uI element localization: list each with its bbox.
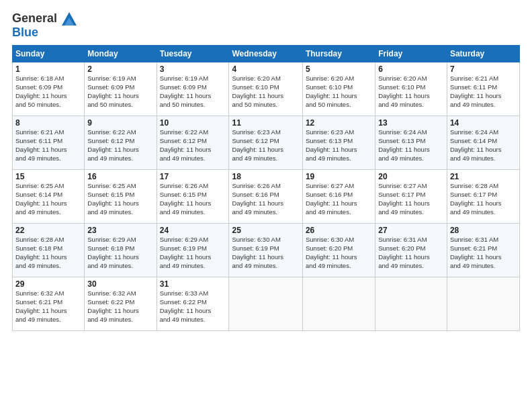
sunset-info: Sunset: 6:12 PM [232,137,299,146]
calendar: SundayMondayTuesdayWednesdayThursdayFrid… [12,45,520,331]
week-row-4: 29Sunrise: 6:32 AMSunset: 6:21 PMDayligh… [13,277,520,331]
sunset-info: Sunset: 6:12 PM [87,137,153,146]
sunrise-info: Sunrise: 6:27 AM [306,182,372,191]
daylight-info: Daylight: 11 hours and 49 minutes. [378,199,444,217]
daylight-info: Daylight: 11 hours and 49 minutes. [87,146,153,163]
sunrise-info: Sunrise: 6:20 AM [378,75,444,83]
logo: General Blue [12,12,77,40]
cell-w1-d2: 10Sunrise: 6:22 AMSunset: 6:12 PMDayligh… [157,116,229,170]
cell-w4-d0: 29Sunrise: 6:32 AMSunset: 6:21 PMDayligh… [13,277,85,331]
day-number: 6 [378,64,444,74]
header-monday: Monday [85,46,157,62]
sunrise-info: Sunrise: 6:30 AM [232,236,299,244]
cell-w1-d3: 11Sunrise: 6:23 AMSunset: 6:12 PMDayligh… [229,116,302,170]
logo-blue: Blue [12,26,77,40]
day-number: 3 [160,64,226,74]
cell-w4-d2: 31Sunrise: 6:33 AMSunset: 6:22 PMDayligh… [157,277,229,331]
sunset-info: Sunset: 6:15 PM [160,191,226,199]
header-sunday: Sunday [13,46,85,62]
daylight-info: Daylight: 11 hours and 49 minutes. [87,253,153,271]
daylight-info: Daylight: 11 hours and 49 minutes. [15,146,81,163]
sunset-info: Sunset: 6:09 PM [15,83,81,92]
daylight-info: Daylight: 11 hours and 49 minutes. [306,253,372,271]
cell-w1-d1: 9Sunrise: 6:22 AMSunset: 6:12 PMDaylight… [85,116,157,170]
day-number: 27 [378,226,444,235]
day-number: 22 [15,226,81,235]
sunrise-info: Sunrise: 6:29 AM [160,236,226,244]
daylight-info: Daylight: 11 hours and 49 minutes. [450,146,517,163]
daylight-info: Daylight: 11 hours and 50 minutes. [306,92,372,109]
cell-w0-d3: 4Sunrise: 6:20 AMSunset: 6:10 PMDaylight… [229,62,302,116]
daylight-info: Daylight: 11 hours and 50 minutes. [87,92,153,109]
sunrise-info: Sunrise: 6:25 AM [87,182,153,191]
cell-w2-d6: 21Sunrise: 6:28 AMSunset: 6:17 PMDayligh… [447,170,519,224]
header-friday: Friday [375,46,447,62]
cell-w0-d2: 3Sunrise: 6:19 AMSunset: 6:09 PMDaylight… [157,62,229,116]
sunrise-info: Sunrise: 6:26 AM [160,182,226,191]
sunset-info: Sunset: 6:11 PM [450,83,517,92]
cell-w2-d4: 19Sunrise: 6:27 AMSunset: 6:16 PMDayligh… [302,170,375,224]
sunset-info: Sunset: 6:09 PM [87,83,153,92]
day-number: 30 [87,279,153,289]
daylight-info: Daylight: 11 hours and 49 minutes. [160,199,226,217]
daylight-info: Daylight: 11 hours and 49 minutes. [160,307,226,324]
cell-w2-d0: 15Sunrise: 6:25 AMSunset: 6:14 PMDayligh… [13,170,85,224]
cell-w0-d1: 2Sunrise: 6:19 AMSunset: 6:09 PMDaylight… [85,62,157,116]
cell-w0-d4: 5Sunrise: 6:20 AMSunset: 6:10 PMDaylight… [302,62,375,116]
daylight-info: Daylight: 11 hours and 49 minutes. [450,199,517,217]
day-number: 9 [87,118,153,128]
cell-w2-d3: 18Sunrise: 6:26 AMSunset: 6:16 PMDayligh… [229,170,302,224]
cell-w3-d4: 26Sunrise: 6:30 AMSunset: 6:20 PMDayligh… [302,224,375,277]
daylight-info: Daylight: 11 hours and 49 minutes. [15,253,81,271]
cell-w2-d1: 16Sunrise: 6:25 AMSunset: 6:15 PMDayligh… [85,170,157,224]
day-number: 20 [378,172,444,181]
sunrise-info: Sunrise: 6:20 AM [306,75,372,83]
sunset-info: Sunset: 6:20 PM [306,244,372,253]
logo-icon [62,12,77,26]
daylight-info: Daylight: 11 hours and 49 minutes. [87,307,153,324]
cell-w3-d2: 24Sunrise: 6:29 AMSunset: 6:19 PMDayligh… [157,224,229,277]
day-number: 16 [87,172,153,181]
calendar-body: 1Sunrise: 6:18 AMSunset: 6:09 PMDaylight… [13,62,520,331]
sunset-info: Sunset: 6:14 PM [15,191,81,199]
daylight-info: Daylight: 11 hours and 49 minutes. [160,146,226,163]
sunset-info: Sunset: 6:15 PM [87,191,153,199]
sunset-info: Sunset: 6:10 PM [378,83,444,92]
sunrise-info: Sunrise: 6:18 AM [15,75,81,83]
day-number: 15 [15,172,81,181]
day-number: 10 [160,118,226,128]
daylight-info: Daylight: 11 hours and 49 minutes. [15,307,81,324]
sunrise-info: Sunrise: 6:26 AM [232,182,299,191]
daylight-info: Daylight: 11 hours and 49 minutes. [306,146,372,163]
daylight-info: Daylight: 11 hours and 50 minutes. [160,92,226,109]
sunset-info: Sunset: 6:21 PM [15,298,81,307]
sunrise-info: Sunrise: 6:23 AM [232,128,299,137]
sunrise-info: Sunrise: 6:30 AM [306,236,372,244]
sunset-info: Sunset: 6:22 PM [87,298,153,307]
sunset-info: Sunset: 6:18 PM [87,244,153,253]
sunrise-info: Sunrise: 6:24 AM [378,128,444,137]
day-number: 24 [160,226,226,235]
day-number: 11 [232,118,299,128]
cell-w1-d0: 8Sunrise: 6:21 AMSunset: 6:11 PMDaylight… [13,116,85,170]
day-number: 18 [232,172,299,181]
sunset-info: Sunset: 6:10 PM [306,83,372,92]
sunset-info: Sunset: 6:18 PM [15,244,81,253]
daylight-info: Daylight: 11 hours and 49 minutes. [378,253,444,271]
sunset-info: Sunset: 6:09 PM [160,83,226,92]
sunrise-info: Sunrise: 6:33 AM [160,289,226,298]
day-number: 29 [15,279,81,289]
cell-w0-d6: 7Sunrise: 6:21 AMSunset: 6:11 PMDaylight… [447,62,519,116]
day-number: 7 [450,64,517,74]
sunset-info: Sunset: 6:19 PM [160,244,226,253]
cell-w3-d3: 25Sunrise: 6:30 AMSunset: 6:19 PMDayligh… [229,224,302,277]
header-thursday: Thursday [302,46,375,62]
daylight-info: Daylight: 11 hours and 49 minutes. [232,146,299,163]
day-number: 4 [232,64,299,74]
cell-w4-d5 [375,277,447,331]
sunrise-info: Sunrise: 6:28 AM [15,236,81,244]
daylight-info: Daylight: 11 hours and 49 minutes. [232,253,299,271]
day-number: 14 [450,118,517,128]
day-number: 19 [306,172,372,181]
cell-w3-d0: 22Sunrise: 6:28 AMSunset: 6:18 PMDayligh… [13,224,85,277]
